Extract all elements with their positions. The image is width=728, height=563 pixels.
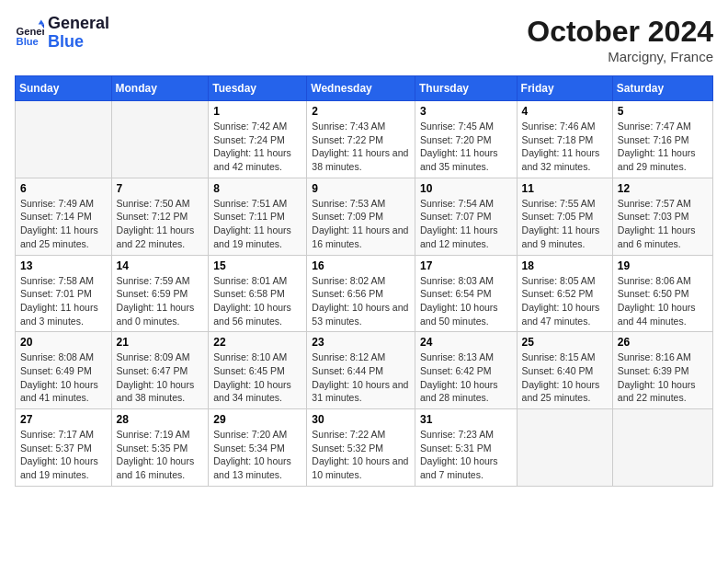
day-cell: 10Sunrise: 7:54 AM Sunset: 7:07 PM Dayli… — [415, 178, 517, 255]
col-header-saturday: Saturday — [612, 76, 712, 101]
day-detail: Sunrise: 7:20 AM Sunset: 5:34 PM Dayligh… — [213, 428, 301, 482]
day-cell: 9Sunrise: 7:53 AM Sunset: 7:09 PM Daylig… — [307, 178, 415, 255]
title-block: October 2024 Marcigny, France — [527, 15, 713, 64]
day-cell: 20Sunrise: 8:08 AM Sunset: 6:49 PM Dayli… — [16, 332, 112, 409]
day-cell: 13Sunrise: 7:58 AM Sunset: 7:01 PM Dayli… — [16, 255, 112, 332]
day-number: 28 — [117, 413, 204, 426]
day-detail: Sunrise: 8:02 AM Sunset: 6:56 PM Dayligh… — [312, 274, 410, 328]
logo-icon: General Blue — [15, 18, 44, 48]
col-header-friday: Friday — [517, 76, 612, 101]
day-detail: Sunrise: 7:54 AM Sunset: 7:07 PM Dayligh… — [420, 197, 512, 251]
day-detail: Sunrise: 7:51 AM Sunset: 7:11 PM Dayligh… — [213, 197, 301, 251]
day-cell — [517, 409, 612, 487]
logo: General Blue General Blue — [15, 15, 109, 52]
day-cell: 1Sunrise: 7:42 AM Sunset: 7:24 PM Daylig… — [209, 101, 307, 178]
location: Marcigny, France — [527, 49, 713, 64]
day-number: 13 — [20, 259, 107, 272]
day-number: 26 — [618, 336, 708, 349]
day-number: 10 — [420, 182, 512, 195]
day-number: 20 — [20, 336, 107, 349]
day-number: 22 — [213, 336, 301, 349]
day-detail: Sunrise: 8:15 AM Sunset: 6:40 PM Dayligh… — [522, 350, 608, 405]
day-detail: Sunrise: 7:22 AM Sunset: 5:32 PM Dayligh… — [312, 428, 410, 482]
calendar-table: SundayMondayTuesdayWednesdayThursdayFrid… — [15, 75, 713, 487]
day-detail: Sunrise: 8:10 AM Sunset: 6:45 PM Dayligh… — [213, 350, 301, 405]
header-row: SundayMondayTuesdayWednesdayThursdayFrid… — [16, 76, 713, 101]
day-detail: Sunrise: 8:13 AM Sunset: 6:42 PM Dayligh… — [420, 350, 512, 405]
day-number: 11 — [522, 182, 608, 195]
svg-text:General: General — [17, 25, 44, 36]
day-cell: 16Sunrise: 8:02 AM Sunset: 6:56 PM Dayli… — [307, 255, 415, 332]
day-detail: Sunrise: 7:55 AM Sunset: 7:05 PM Dayligh… — [522, 197, 608, 251]
day-detail: Sunrise: 7:57 AM Sunset: 7:03 PM Dayligh… — [618, 197, 708, 251]
day-cell: 17Sunrise: 8:03 AM Sunset: 6:54 PM Dayli… — [415, 255, 517, 332]
day-cell — [612, 409, 712, 487]
day-cell: 11Sunrise: 7:55 AM Sunset: 7:05 PM Dayli… — [517, 178, 612, 255]
col-header-wednesday: Wednesday — [307, 76, 415, 101]
day-cell: 12Sunrise: 7:57 AM Sunset: 7:03 PM Dayli… — [612, 178, 712, 255]
day-cell: 28Sunrise: 7:19 AM Sunset: 5:35 PM Dayli… — [111, 409, 209, 487]
day-cell: 4Sunrise: 7:46 AM Sunset: 7:18 PM Daylig… — [517, 101, 612, 178]
day-number: 8 — [213, 182, 301, 195]
svg-text:Blue: Blue — [17, 36, 39, 47]
day-number: 1 — [213, 105, 301, 118]
day-number: 4 — [522, 105, 608, 118]
week-row-1: 1Sunrise: 7:42 AM Sunset: 7:24 PM Daylig… — [16, 101, 713, 178]
page-header: General Blue General Blue October 2024 M… — [15, 15, 713, 64]
day-cell: 6Sunrise: 7:49 AM Sunset: 7:14 PM Daylig… — [16, 178, 112, 255]
day-cell: 25Sunrise: 8:15 AM Sunset: 6:40 PM Dayli… — [517, 332, 612, 409]
day-cell: 5Sunrise: 7:47 AM Sunset: 7:16 PM Daylig… — [612, 101, 712, 178]
day-detail: Sunrise: 7:50 AM Sunset: 7:12 PM Dayligh… — [117, 197, 204, 251]
day-detail: Sunrise: 8:06 AM Sunset: 6:50 PM Dayligh… — [618, 274, 708, 328]
day-number: 16 — [312, 259, 410, 272]
day-number: 5 — [618, 105, 708, 118]
day-detail: Sunrise: 7:42 AM Sunset: 7:24 PM Dayligh… — [213, 120, 301, 174]
day-detail: Sunrise: 8:12 AM Sunset: 6:44 PM Dayligh… — [312, 350, 410, 405]
day-detail: Sunrise: 8:01 AM Sunset: 6:58 PM Dayligh… — [213, 274, 301, 328]
day-detail: Sunrise: 7:59 AM Sunset: 6:59 PM Dayligh… — [117, 274, 204, 328]
day-number: 21 — [117, 336, 204, 349]
day-detail: Sunrise: 7:45 AM Sunset: 7:20 PM Dayligh… — [420, 120, 512, 174]
day-cell: 22Sunrise: 8:10 AM Sunset: 6:45 PM Dayli… — [209, 332, 307, 409]
day-number: 12 — [618, 182, 708, 195]
day-number: 15 — [213, 259, 301, 272]
day-detail: Sunrise: 7:58 AM Sunset: 7:01 PM Dayligh… — [20, 274, 107, 328]
day-detail: Sunrise: 7:47 AM Sunset: 7:16 PM Dayligh… — [618, 120, 708, 174]
day-cell: 14Sunrise: 7:59 AM Sunset: 6:59 PM Dayli… — [111, 255, 209, 332]
day-detail: Sunrise: 7:23 AM Sunset: 5:31 PM Dayligh… — [420, 428, 512, 482]
day-detail: Sunrise: 7:43 AM Sunset: 7:22 PM Dayligh… — [312, 120, 410, 174]
week-row-3: 13Sunrise: 7:58 AM Sunset: 7:01 PM Dayli… — [16, 255, 713, 332]
week-row-4: 20Sunrise: 8:08 AM Sunset: 6:49 PM Dayli… — [16, 332, 713, 409]
day-cell: 23Sunrise: 8:12 AM Sunset: 6:44 PM Dayli… — [307, 332, 415, 409]
day-number: 31 — [420, 413, 512, 426]
col-header-monday: Monday — [111, 76, 209, 101]
day-number: 7 — [117, 182, 204, 195]
day-cell: 2Sunrise: 7:43 AM Sunset: 7:22 PM Daylig… — [307, 101, 415, 178]
day-number: 6 — [20, 182, 107, 195]
day-cell — [16, 101, 112, 178]
day-cell: 15Sunrise: 8:01 AM Sunset: 6:58 PM Dayli… — [209, 255, 307, 332]
day-detail: Sunrise: 7:53 AM Sunset: 7:09 PM Dayligh… — [312, 197, 410, 251]
day-number: 27 — [20, 413, 107, 426]
day-detail: Sunrise: 8:09 AM Sunset: 6:47 PM Dayligh… — [117, 350, 204, 405]
week-row-2: 6Sunrise: 7:49 AM Sunset: 7:14 PM Daylig… — [16, 178, 713, 255]
day-number: 24 — [420, 336, 512, 349]
day-cell: 21Sunrise: 8:09 AM Sunset: 6:47 PM Dayli… — [111, 332, 209, 409]
day-detail: Sunrise: 7:17 AM Sunset: 5:37 PM Dayligh… — [20, 428, 107, 482]
day-number: 18 — [522, 259, 608, 272]
day-detail: Sunrise: 8:03 AM Sunset: 6:54 PM Dayligh… — [420, 274, 512, 328]
day-number: 19 — [618, 259, 708, 272]
day-cell: 29Sunrise: 7:20 AM Sunset: 5:34 PM Dayli… — [209, 409, 307, 487]
day-cell — [111, 101, 209, 178]
day-number: 30 — [312, 413, 410, 426]
day-detail: Sunrise: 8:08 AM Sunset: 6:49 PM Dayligh… — [20, 350, 107, 405]
day-detail: Sunrise: 7:49 AM Sunset: 7:14 PM Dayligh… — [20, 197, 107, 251]
day-number: 17 — [420, 259, 512, 272]
day-number: 2 — [312, 105, 410, 118]
day-number: 25 — [522, 336, 608, 349]
day-number: 9 — [312, 182, 410, 195]
day-number: 29 — [213, 413, 301, 426]
col-header-tuesday: Tuesday — [209, 76, 307, 101]
day-cell: 24Sunrise: 8:13 AM Sunset: 6:42 PM Dayli… — [415, 332, 517, 409]
day-detail: Sunrise: 7:46 AM Sunset: 7:18 PM Dayligh… — [522, 120, 608, 174]
